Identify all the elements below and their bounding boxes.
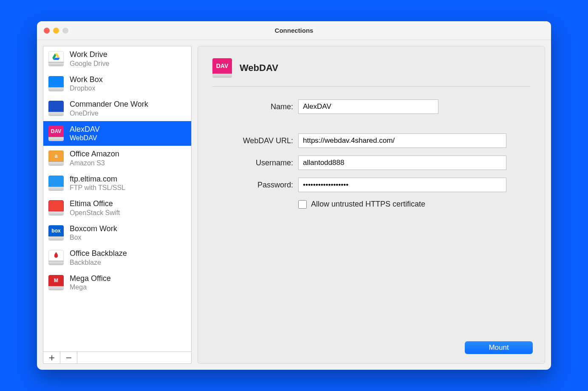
webdav-url-input[interactable] — [298, 133, 506, 148]
sidebar-item-sublabel: Mega — [70, 283, 111, 292]
allow-untrusted-label: Allow untrusted HTTPS certificate — [311, 200, 425, 209]
connections-list: Work DriveGoogle DriveWork BoxDropboxCom… — [43, 46, 191, 351]
amazon-icon: a — [48, 150, 64, 166]
username-label: Username: — [212, 159, 293, 167]
minus-icon — [66, 355, 72, 361]
sidebar-item-sublabel: FTP with TSL/SSL — [70, 184, 125, 192]
sidebar-footer — [43, 351, 191, 363]
sidebar-item-dropbox[interactable]: Work BoxDropbox — [43, 71, 191, 96]
remove-connection-button[interactable] — [60, 352, 77, 363]
connection-form: Name: WebDAV URL: Username: Password: — [212, 99, 530, 209]
sidebar-item-sublabel: OneDrive — [70, 109, 148, 118]
plus-icon — [49, 355, 55, 361]
username-input[interactable] — [298, 156, 506, 170]
connections-sidebar: Work DriveGoogle DriveWork BoxDropboxCom… — [43, 46, 192, 364]
sidebar-item-label: Work Drive — [70, 50, 109, 60]
connection-detail-panel: DAV WebDAV Name: WebDAV URL: Username: — [198, 46, 545, 364]
sidebar-item-sublabel: Box — [70, 233, 117, 242]
sidebar-item-label: ftp.eltima.com — [70, 174, 125, 184]
sidebar-item-label: Office Backblaze — [70, 249, 127, 258]
webdav-icon: DAV — [212, 58, 232, 78]
sidebar-item-mega[interactable]: MMega OfficeMega — [43, 270, 191, 295]
sidebar-item-label: Office Amazon — [70, 149, 119, 159]
box-icon: box — [48, 225, 64, 241]
sidebar-item-onedrive[interactable]: Commander One WorkOneDrive — [43, 96, 191, 121]
connections-window: Connections Work DriveGoogle DriveWork B… — [37, 21, 551, 370]
sidebar-item-label: Boxcom Work — [70, 224, 117, 234]
sidebar-item-gdrive[interactable]: Work DriveGoogle Drive — [43, 46, 191, 71]
name-input[interactable] — [298, 99, 438, 114]
url-label: WebDAV URL: — [212, 136, 293, 145]
sidebar-item-sublabel: Dropbox — [70, 84, 103, 93]
backblaze-icon — [48, 250, 64, 265]
sidebar-item-sublabel: Amazon S3 — [70, 159, 119, 167]
mega-icon: M — [48, 275, 64, 290]
sidebar-item-label: Work Box — [70, 75, 103, 85]
allow-untrusted-checkbox[interactable] — [298, 200, 307, 209]
dropbox-icon — [48, 76, 64, 91]
sidebar-item-ftp[interactable]: ftp.eltima.comFTP with TSL/SSL — [43, 171, 191, 196]
sidebar-item-backblaze[interactable]: Office BackblazeBackblaze — [43, 245, 191, 270]
name-label: Name: — [212, 102, 293, 111]
detail-title: WebDAV — [240, 62, 278, 74]
gdrive-icon — [48, 51, 64, 66]
detail-header: DAV WebDAV — [212, 58, 530, 87]
ftp-icon — [48, 176, 64, 191]
sidebar-item-sublabel: Backblaze — [70, 258, 127, 267]
webdav-icon: DAV — [48, 126, 64, 141]
sidebar-item-openstack[interactable]: Eltima OfficeOpenStack Swift — [43, 196, 191, 221]
sidebar-item-amazon[interactable]: aOffice AmazonAmazon S3 — [43, 146, 191, 171]
sidebar-item-webdav[interactable]: DAVAlexDAVWebDAV — [43, 121, 191, 146]
password-input[interactable] — [298, 178, 506, 192]
openstack-icon — [48, 200, 64, 215]
sidebar-item-sublabel: OpenStack Swift — [70, 209, 120, 217]
titlebar: Connections — [37, 21, 551, 40]
window-title: Connections — [37, 27, 551, 34]
sidebar-item-box[interactable]: boxBoxcom WorkBox — [43, 221, 191, 246]
sidebar-item-label: Commander One Work — [70, 99, 148, 109]
sidebar-item-sublabel: Google Drive — [70, 60, 109, 68]
add-connection-button[interactable] — [43, 352, 60, 363]
sidebar-item-label: Mega Office — [70, 274, 111, 283]
onedrive-icon — [48, 101, 64, 116]
sidebar-item-sublabel: WebDAV — [70, 134, 100, 142]
password-label: Password: — [212, 181, 293, 190]
sidebar-item-label: AlexDAV — [70, 125, 100, 134]
mount-button[interactable]: Mount — [465, 341, 533, 354]
sidebar-item-label: Eltima Office — [70, 199, 120, 209]
